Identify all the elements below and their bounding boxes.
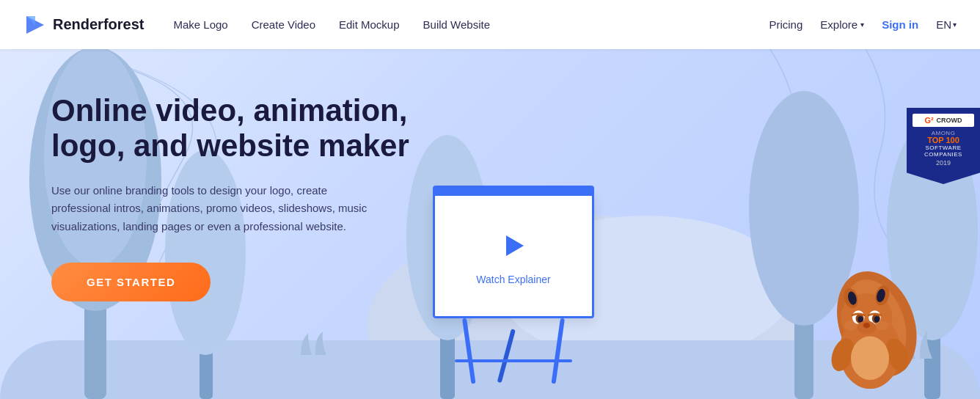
hero-title: Online video, animation, logo, and websi… bbox=[51, 93, 433, 164]
play-button[interactable] bbox=[494, 227, 533, 265]
badge-software: SOFTWARE bbox=[913, 144, 974, 151]
easel-leg-right bbox=[552, 318, 565, 384]
svg-point-30 bbox=[875, 321, 889, 330]
badge-top100: TOP 100 bbox=[913, 136, 974, 144]
video-easel: Watch Explainer bbox=[433, 194, 594, 384]
g2-crowd-badge: G² CROWD AMONG TOP 100 SOFTWARE COMPANIE… bbox=[907, 108, 980, 184]
play-icon bbox=[506, 235, 524, 256]
lang-chevron-icon: ▾ bbox=[953, 21, 957, 29]
logo-icon bbox=[23, 13, 47, 37]
logo-text: Renderforest bbox=[53, 16, 144, 33]
badge-header: G² CROWD bbox=[913, 114, 974, 127]
svg-point-29 bbox=[844, 321, 858, 330]
nav-pricing[interactable]: Pricing bbox=[769, 18, 802, 31]
badge-g2-label: G² bbox=[924, 116, 933, 125]
badge-companies: COMPANIES bbox=[913, 151, 974, 158]
nav-links: Make Logo Create Video Edit Mockup Build… bbox=[173, 18, 769, 31]
nav-explore[interactable]: Explore ▾ bbox=[820, 18, 864, 31]
get-started-button[interactable]: GET STARTED bbox=[51, 263, 211, 301]
badge-year: 2019 bbox=[913, 159, 974, 166]
explore-chevron-icon: ▾ bbox=[860, 21, 864, 29]
nav-make-logo[interactable]: Make Logo bbox=[173, 18, 227, 31]
hero-content: Online video, animation, logo, and websi… bbox=[51, 93, 433, 301]
nav-build-website[interactable]: Build Website bbox=[423, 18, 490, 31]
nav-signin[interactable]: Sign in bbox=[882, 18, 918, 31]
hero-subtitle: Use our online branding tools to design … bbox=[51, 182, 389, 236]
nav-edit-mockup[interactable]: Edit Mockup bbox=[339, 18, 400, 31]
svg-point-33 bbox=[851, 337, 889, 380]
badge-crowd-label: CROWD bbox=[937, 117, 962, 124]
squirrel-character bbox=[800, 208, 940, 399]
easel-crossbar bbox=[455, 359, 572, 362]
easel-legs bbox=[433, 318, 594, 384]
navbar: Renderforest Make Logo Create Video Edit… bbox=[0, 0, 980, 49]
svg-point-28 bbox=[863, 323, 870, 328]
nav-lang[interactable]: EN ▾ bbox=[936, 18, 957, 31]
hero-section: Online video, animation, logo, and websi… bbox=[0, 49, 980, 399]
easel-canvas[interactable]: Watch Explainer bbox=[433, 194, 594, 318]
watch-explainer-label: Watch Explainer bbox=[476, 274, 550, 285]
ground-plants bbox=[293, 326, 337, 355]
easel-leg-left bbox=[462, 318, 475, 384]
nav-create-video[interactable]: Create Video bbox=[252, 18, 315, 31]
easel-top-bar bbox=[433, 186, 594, 196]
nav-right: Pricing Explore ▾ Sign in EN ▾ bbox=[769, 18, 957, 31]
logo[interactable]: Renderforest bbox=[23, 13, 144, 37]
easel-leg-back bbox=[497, 329, 516, 383]
